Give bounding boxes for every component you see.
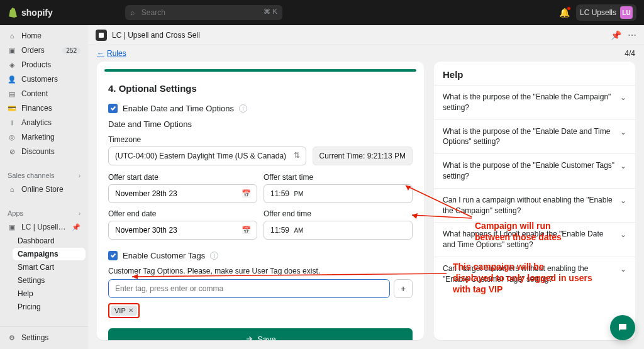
sidebar-item-settings[interactable]: ⚙Settings [3,331,86,345]
page-title: LC | Upsell and Cross Sell [112,31,200,40]
checkbox-checked-icon[interactable] [108,251,118,260]
step-indicator: 4/4 [625,49,635,58]
sidebar-item-discounts[interactable]: ⊘Discounts [3,145,86,158]
end-date-input[interactable] [108,221,257,240]
chat-icon [617,322,628,333]
search-kbd: ⌘ K [264,8,277,16]
pin-icon[interactable]: 📌 [611,30,621,40]
annotation-highlight: VIP✕ [108,303,140,318]
tag-chip-vip: VIP✕ [111,306,137,316]
more-icon[interactable]: ⋯ [628,30,636,40]
enable-datetime-row[interactable]: Enable Date and Time Options i [108,104,413,113]
add-tag-button[interactable]: + [394,279,413,298]
section-heading: 4. Optional Settings [108,83,413,94]
start-time-input[interactable]: 11:59 PM [264,184,413,203]
arrow-left-icon: ← [97,49,104,58]
chevron-right-icon[interactable]: › [79,210,80,217]
chevron-down-icon: ⌄ [620,230,626,239]
faq-item[interactable]: Can I run a campaign without enabling th… [434,188,635,223]
nav-icon: ⊘ [8,148,16,156]
nav-icon: 👤 [8,75,16,84]
sidebar-item-home[interactable]: ⌂Home [3,29,86,43]
calendar-icon[interactable]: 📅 [242,226,251,235]
nav-icon: 💳 [8,104,16,113]
save-icon [245,335,253,340]
search-icon: ⌕ [130,8,135,17]
sidebar-sub-settings[interactable]: Settings [13,274,86,287]
select-chevron-icon: ⇅ [294,151,300,160]
nav-icon: ▣ [8,47,16,55]
shopify-icon [8,7,19,18]
chevron-down-icon: ⌄ [620,93,626,102]
end-time-input[interactable]: 11:59 AM [264,221,413,240]
sidebar-item-app[interactable]: ▣LC | Upsell and Cross ...📌 [3,220,86,234]
info-icon[interactable]: i [210,252,218,260]
pin-icon[interactable]: 📌 [72,223,80,231]
annotation-text-1: Campaign will run between those dates [475,220,562,243]
account-menu[interactable]: LC Upsells LU [576,4,636,21]
info-icon[interactable]: i [239,104,247,113]
logo: shopify [8,7,53,18]
save-button[interactable]: Save [108,328,413,340]
enable-datetime-label: Enable Date and Time Options [123,104,234,113]
timezone-select[interactable]: (UTC-04:00) Eastern Daylight Time (US & … [108,147,306,165]
search-wrap: ⌕ ⌘ K [125,5,282,20]
tag-input[interactable] [108,279,390,298]
faq-item[interactable]: What is the purpose of the "Enable Custo… [434,153,635,188]
datetime-section-title: Date and Time Options [108,119,413,129]
sidebar-item-products[interactable]: ◈Products [3,58,86,72]
nav-icon: ◈ [8,61,16,69]
faq-item[interactable]: What is the purpose of the "Enable Date … [434,119,635,154]
faq-item[interactable]: What is the purpose of the "Enable the C… [434,85,635,119]
chevron-down-icon: ⌄ [620,128,626,136]
annotation-text-2: This campaign will be displayed to only … [453,261,592,296]
current-time-display: Current Time: 9:21:13 PM [313,147,413,165]
sidebar-item-analytics[interactable]: ⫴Analytics [3,116,86,130]
sidebar-item-finances[interactable]: 💳Finances [3,101,86,115]
chevron-down-icon: ⌄ [620,196,626,205]
nav-icon: ▤ [8,90,16,98]
help-card: Help What is the purpose of the "Enable … [434,62,635,340]
badge: 252 [62,47,80,54]
breadcrumb-rules[interactable]: ←Rules [97,49,126,58]
chevron-down-icon: ⌄ [620,265,626,274]
chevron-right-icon[interactable]: › [79,172,80,179]
sidebar-item-customers[interactable]: 👤Customers [3,72,86,86]
gear-icon: ⚙ [8,334,16,342]
notification-dot [567,6,571,11]
sidebar-item-online-store[interactable]: ⌂Online Store [3,182,86,196]
enable-tags-label: Enable Customer Tags [123,251,205,260]
end-date-label: Offer end date [108,209,257,218]
chat-button[interactable] [610,315,635,340]
nav-icon: ⫴ [8,119,16,127]
enable-tags-row[interactable]: Enable Customer Tags i [108,251,413,260]
sidebar: ⌂Home▣Orders252◈Products👤Customers▤Conte… [0,25,88,349]
sidebar-item-orders[interactable]: ▣Orders252 [3,43,86,57]
notifications-button[interactable]: 🔔 [559,8,570,18]
sidebar-sub-smart-cart[interactable]: Smart Cart [13,261,86,274]
settings-card: 4. Optional Settings Enable Date and Tim… [97,62,424,340]
sidebar-sub-campaigns[interactable]: Campaigns [13,248,86,260]
help-title: Help [434,69,635,85]
checkbox-checked-icon[interactable] [108,104,118,113]
topbar: shopify ⌕ ⌘ K 🔔 LC Upsells LU [0,0,644,25]
start-date-input[interactable] [108,184,257,203]
app-icon [96,30,107,41]
sidebar-sub-help[interactable]: Help [13,287,86,300]
remove-tag-icon[interactable]: ✕ [128,307,133,314]
nav-icon: ◎ [8,133,16,141]
logo-text: shopify [21,8,53,18]
main: LC | Upsell and Cross Sell 📌 ⋯ ←Rules 4/… [88,25,644,349]
search-input[interactable] [125,5,282,20]
sidebar-section-apps: Apps› [3,204,86,219]
tags-hint: Customer Tag Options. Please, make sure … [108,267,413,275]
sidebar-sub-dashboard[interactable]: Dashboard [13,235,86,247]
start-time-label: Offer start time [264,173,413,182]
sidebar-item-marketing[interactable]: ◎Marketing [3,130,86,144]
sidebar-item-content[interactable]: ▤Content [3,87,86,101]
chevron-down-icon: ⌄ [620,162,626,170]
end-time-label: Offer end time [264,209,413,218]
timezone-label: Timezone [108,135,413,144]
calendar-icon[interactable]: 📅 [242,189,251,198]
sidebar-sub-pricing[interactable]: Pricing [13,301,86,313]
